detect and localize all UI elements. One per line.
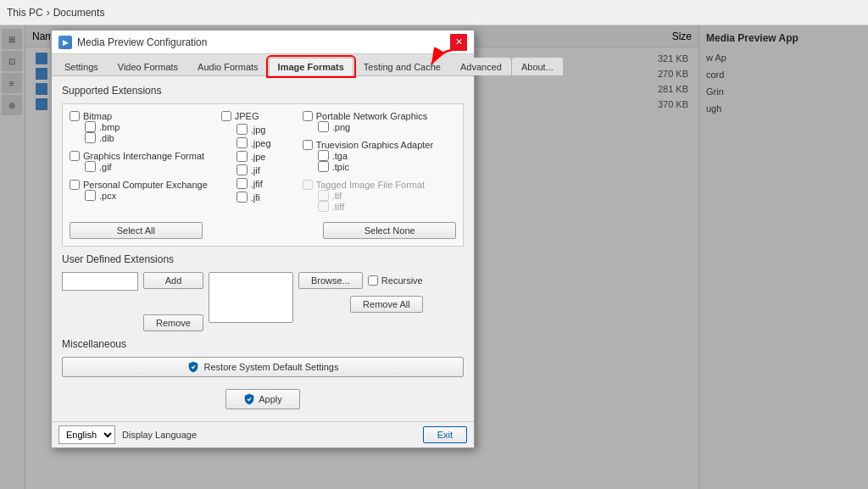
tga-ext: .tga	[318, 150, 433, 161]
png-ext-input[interactable]	[318, 121, 329, 132]
breadcrumb: This PC	[7, 7, 43, 19]
user-ext-controls: Add Remove Browse... Recurs	[62, 272, 464, 331]
tiff-ext-input	[318, 201, 329, 212]
tga-input[interactable]	[303, 140, 313, 150]
display-language-label: Display Language	[122, 430, 197, 440]
gif-checkbox[interactable]: Graphics Interchange Format	[70, 151, 208, 161]
tga-ext-input[interactable]	[318, 150, 329, 161]
browse-button[interactable]: Browse...	[298, 272, 363, 289]
remove-all-button[interactable]: Remove All	[350, 296, 423, 313]
tab-advanced[interactable]: Advanced	[451, 58, 511, 75]
pcx-group: Personal Computer Exchange .pcx	[70, 180, 208, 201]
select-buttons: Select All Select None	[70, 222, 456, 239]
recursive-input[interactable]	[368, 275, 378, 286]
png-label: Portable Network Graphics	[316, 111, 427, 121]
dialog-footer: English Display Language Exit	[52, 421, 474, 447]
tif-ext: .tif	[318, 190, 433, 201]
gif-label: Graphics Interchange Format	[83, 151, 204, 161]
browse-row: Browse... Recursive	[298, 272, 423, 289]
pcx-checkbox[interactable]: Personal Computer Exchange	[70, 180, 208, 190]
jfif-input[interactable]	[236, 178, 248, 189]
tab-image-formats[interactable]: Image Formats	[269, 58, 353, 75]
tpic-ext: .tpic	[318, 161, 433, 172]
pcx-input[interactable]	[70, 180, 80, 190]
jif-ext: .jif	[236, 164, 289, 175]
language-section: English Display Language	[58, 425, 197, 444]
bitmap-group: Bitmap .bmp .dib	[70, 111, 208, 143]
tiff-group: Tagged Image File Format .tif .tiff	[303, 180, 433, 212]
select-all-button[interactable]: Select All	[70, 222, 203, 239]
tab-settings[interactable]: Settings	[55, 58, 108, 75]
tga-checkbox[interactable]: Truevision Graphics Adapter	[303, 140, 433, 150]
tiff-input	[303, 180, 313, 190]
remove-button[interactable]: Remove	[143, 314, 203, 331]
gif-input[interactable]	[70, 151, 80, 161]
jpg-ext: .jpg	[236, 124, 289, 135]
tab-audio-formats[interactable]: Audio Formats	[188, 58, 268, 75]
tga-label: Truevision Graphics Adapter	[316, 140, 433, 150]
gif-ext: .gif	[85, 161, 208, 172]
tpic-input[interactable]	[318, 161, 329, 172]
recursive-label[interactable]: Recursive	[368, 275, 423, 286]
shield-icon	[187, 361, 199, 373]
language-select[interactable]: English	[58, 425, 115, 444]
dialog-app-icon: ▶	[58, 36, 72, 49]
tif-input	[318, 190, 329, 201]
restore-button[interactable]: Restore System Default Settings	[62, 357, 464, 377]
select-none-button[interactable]: Select None	[323, 222, 456, 239]
user-ext-input-col	[62, 272, 138, 304]
user-defined-list[interactable]	[209, 272, 293, 323]
tiff-checkbox: Tagged Image File Format	[303, 180, 433, 190]
jfi-input[interactable]	[236, 192, 248, 203]
bitmap-input[interactable]	[70, 111, 80, 121]
png-checkbox[interactable]: Portable Network Graphics	[303, 111, 433, 121]
tab-testing-cache[interactable]: Testing and Cache	[354, 58, 450, 75]
jif-input[interactable]	[236, 164, 248, 175]
gif-group: Graphics Interchange Format .gif	[70, 151, 208, 172]
dib-ext: .dib	[85, 132, 208, 143]
dialog-titlebar: ▶ Media Preview Configuration ✕	[52, 31, 474, 54]
jfif-ext: .jfif	[236, 178, 289, 189]
jpg-input[interactable]	[236, 124, 248, 135]
extensions-area: Bitmap .bmp .dib	[62, 103, 464, 247]
add-button[interactable]: Add	[143, 272, 203, 289]
png-input[interactable]	[303, 111, 313, 121]
jpeg-checkbox[interactable]: JPEG	[221, 111, 289, 121]
close-button[interactable]: ✕	[450, 34, 467, 51]
tiff-ext: .tiff	[318, 201, 433, 212]
supported-extensions-label: Supported Extensions	[62, 85, 464, 97]
tab-about[interactable]: About...	[512, 58, 563, 75]
ext-column-2: JPEG .jpg .jpeg	[221, 111, 289, 217]
extensions-columns: Bitmap .bmp .dib	[70, 111, 456, 217]
exit-button[interactable]: Exit	[423, 426, 467, 443]
jpeg-label: JPEG	[235, 111, 259, 121]
dialog-title: Media Preview Configuration	[77, 36, 445, 48]
user-defined-input[interactable]	[62, 272, 138, 291]
jpeg-ext-input[interactable]	[236, 137, 248, 148]
recursive-text: Recursive	[381, 275, 423, 286]
dialog-tabs: Settings Video Formats Audio Formats Ima…	[52, 54, 474, 76]
apply-button[interactable]: Apply	[225, 389, 300, 409]
bmp-input[interactable]	[85, 121, 96, 132]
tiff-label: Tagged Image File Format	[316, 180, 425, 190]
jfi-ext: .jfi	[236, 192, 289, 203]
jpeg-input[interactable]	[221, 111, 231, 121]
bitmap-checkbox[interactable]: Bitmap	[70, 111, 208, 121]
png-group: Portable Network Graphics .png	[303, 111, 433, 132]
user-defined-section: User Defined Extensions Add Remove	[62, 253, 464, 331]
misc-label: Miscellaneous	[62, 338, 464, 350]
ext-column-1: Bitmap .bmp .dib	[70, 111, 208, 217]
apply-row: Apply	[62, 384, 464, 413]
jpeg-ext: .jpeg	[236, 137, 289, 148]
pcx-ext-input[interactable]	[85, 190, 96, 201]
png-ext: .png	[318, 121, 433, 132]
dib-input[interactable]	[85, 132, 96, 143]
tab-video-formats[interactable]: Video Formats	[108, 58, 187, 75]
jpe-input[interactable]	[236, 151, 248, 162]
dialog-content: Supported Extensions Bitmap	[52, 76, 474, 421]
tga-group: Truevision Graphics Adapter .tga .tpic	[303, 140, 433, 172]
restore-label: Restore System Default Settings	[204, 362, 339, 372]
gif-ext-input[interactable]	[85, 161, 96, 172]
pcx-label: Personal Computer Exchange	[83, 180, 208, 190]
bmp-ext: .bmp	[85, 121, 208, 132]
